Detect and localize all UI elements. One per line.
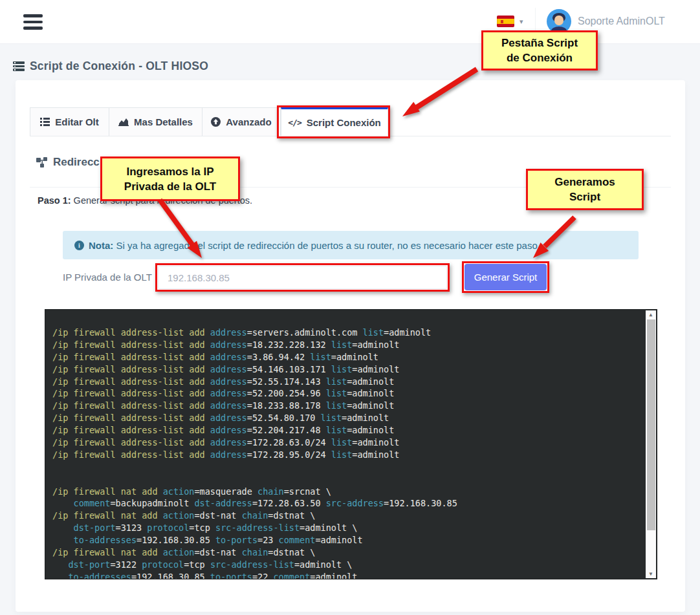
code-line: /ip firewall address-list add address=se… bbox=[52, 327, 641, 339]
step-label: Paso 1: bbox=[38, 195, 71, 206]
arrow-up-circle-icon bbox=[211, 117, 221, 127]
annotation-callout-ip: Ingresamos la IP Privada de la OLT bbox=[100, 156, 240, 201]
ip-input[interactable] bbox=[158, 266, 447, 289]
info-icon: i bbox=[74, 241, 84, 250]
tab-label: Avanzado bbox=[226, 116, 271, 127]
section-heading: Redirecc bbox=[36, 156, 100, 169]
annotation-callout-tab: Pestaña Script de Conexión bbox=[481, 30, 598, 70]
tab-avanzado[interactable]: Avanzado bbox=[202, 107, 281, 136]
code-scrollbar[interactable]: ▲ ▼ bbox=[646, 310, 656, 578]
code-line: /ip firewall address-list add address=52… bbox=[52, 424, 641, 437]
code-line: comment=backupadminolt dst-address=172.2… bbox=[52, 497, 641, 510]
sitemap-icon bbox=[36, 157, 47, 167]
code-lines: /ip firewall address-list add address=se… bbox=[52, 327, 641, 579]
spain-flag-icon bbox=[497, 16, 514, 27]
chart-area-icon bbox=[118, 118, 129, 126]
code-line: /ip firewall address-list add address=52… bbox=[52, 412, 641, 424]
code-line bbox=[52, 473, 641, 486]
server-icon bbox=[13, 61, 25, 71]
code-line: /ip firewall address-list add address=3.… bbox=[52, 351, 641, 363]
code-line: dst-port=3123 protocol=tcp src-address-l… bbox=[52, 522, 641, 534]
annotation-callout-generate: Generamos Script bbox=[526, 169, 644, 210]
hamburger-menu-icon[interactable] bbox=[23, 14, 43, 30]
scroll-down-icon[interactable]: ▼ bbox=[646, 570, 656, 578]
scrollbar-thumb[interactable] bbox=[647, 319, 655, 530]
code-line: dst-port=3122 protocol=tcp src-address-l… bbox=[52, 559, 641, 571]
tab-label: Mas Detalles bbox=[134, 116, 193, 127]
tabs-underline bbox=[30, 136, 671, 136]
user-name[interactable]: Soporte AdminOLT bbox=[578, 16, 665, 27]
code-line: to-addresses=192.168.30.85 to-ports=23 c… bbox=[52, 534, 641, 546]
tab-script-conexion[interactable]: </> Script Conexión bbox=[281, 107, 388, 136]
tab-mas-detalles[interactable]: Mas Detalles bbox=[109, 107, 202, 136]
note-text: Si ya ha agregado el script de redirecci… bbox=[113, 240, 540, 251]
page-title-text: Script de Conexión - OLT HIOSO bbox=[30, 59, 208, 73]
code-line: /ip firewall address-list add address=18… bbox=[52, 400, 641, 412]
note-label: Nota: bbox=[89, 240, 113, 251]
scroll-up-icon[interactable]: ▲ bbox=[646, 310, 656, 319]
code-line: /ip firewall nat add action=dst-nat chai… bbox=[52, 510, 641, 522]
code-line: /ip firewall address-list add address=17… bbox=[52, 449, 641, 461]
code-line: /ip firewall address-list add address=52… bbox=[52, 376, 641, 388]
ip-field-label: IP Privada de la OLT bbox=[63, 272, 152, 283]
code-line bbox=[52, 461, 641, 473]
note-alert: i Nota: Si ya ha agregado el script de r… bbox=[63, 231, 639, 259]
tab-label: Editar Olt bbox=[55, 116, 99, 127]
code-block[interactable]: /ip firewall address-list add address=se… bbox=[45, 309, 657, 579]
code-line: /ip firewall nat add action=masquerade c… bbox=[52, 486, 641, 498]
chevron-down-icon: ▾ bbox=[520, 17, 523, 26]
tab-editar-olt[interactable]: Editar Olt bbox=[30, 107, 109, 136]
code-line: /ip firewall nat add action=dst-nat chai… bbox=[52, 546, 641, 559]
generate-script-button[interactable]: Generar Script bbox=[465, 264, 547, 290]
language-dropdown[interactable]: ▾ bbox=[497, 16, 523, 27]
code-line: to-addresses=192.168.30.85 to-ports=22 c… bbox=[52, 571, 641, 579]
code-line: /ip firewall address-list add address=54… bbox=[52, 363, 641, 376]
code-line: /ip firewall address-list add address=18… bbox=[52, 339, 641, 351]
code-line: /ip firewall address-list add address=52… bbox=[52, 387, 641, 400]
tab-label: Script Conexión bbox=[307, 117, 381, 128]
page-title: Script de Conexión - OLT HIOSO bbox=[13, 59, 208, 73]
section-heading-text: Redirecc bbox=[53, 156, 100, 169]
list-icon bbox=[40, 118, 50, 126]
code-icon: </> bbox=[288, 118, 301, 127]
code-line: /ip firewall address-list add address=17… bbox=[52, 437, 641, 449]
